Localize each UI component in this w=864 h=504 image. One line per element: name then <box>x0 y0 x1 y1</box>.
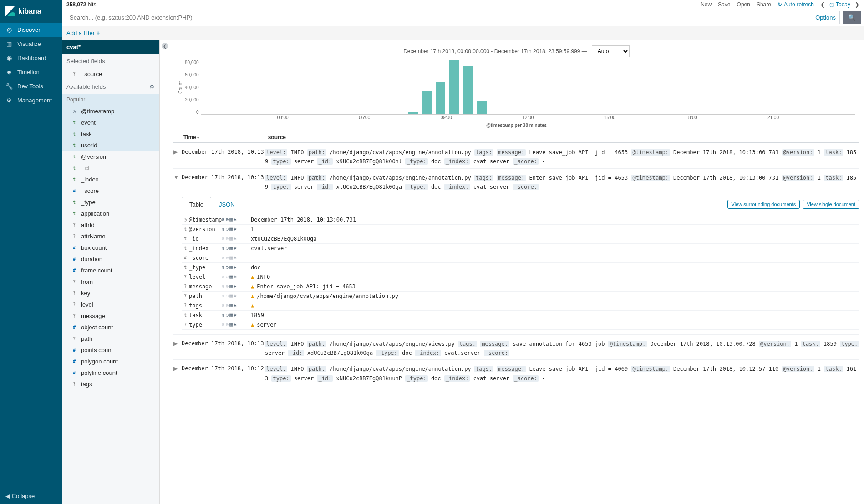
field--id[interactable]: t_id <box>62 162 159 174</box>
top-open[interactable]: Open <box>737 1 750 8</box>
exists-filter-icon[interactable]: ✱ <box>234 236 237 242</box>
toggle-column-icon[interactable]: ▦ <box>229 283 233 289</box>
histogram-bar[interactable] <box>463 66 473 114</box>
exists-filter-icon[interactable]: ✱ <box>234 274 237 280</box>
field--score[interactable]: #_score <box>62 185 159 197</box>
nav-dashboard[interactable]: ◉Dashboard <box>0 51 62 65</box>
add-filter-link[interactable]: Add a filter + <box>66 30 100 36</box>
filter-out-icon[interactable]: ⊖ <box>226 245 229 251</box>
view-surrounding-button[interactable]: View surrounding documents <box>727 200 800 209</box>
field-task[interactable]: ttask <box>62 128 159 140</box>
filter-in-icon[interactable]: ⊕ <box>222 255 225 261</box>
histogram-bar[interactable] <box>436 82 445 114</box>
nav-devtools[interactable]: 🔧Dev Tools <box>0 79 62 93</box>
search-options[interactable]: Options <box>812 11 840 24</box>
exists-filter-icon[interactable]: ✱ <box>234 226 237 232</box>
exists-filter-icon[interactable]: ✱ <box>234 322 237 328</box>
filter-out-icon[interactable]: ⊖ <box>226 302 229 308</box>
view-single-button[interactable]: View single document <box>803 200 859 209</box>
interval-select[interactable]: Auto <box>592 45 630 57</box>
field-attrName[interactable]: ?attrName <box>62 231 159 242</box>
toggle-column-icon[interactable]: ▦ <box>229 293 233 299</box>
field-application[interactable]: tapplication <box>62 208 159 219</box>
field-box-count[interactable]: #box count <box>62 242 159 253</box>
filter-in-icon[interactable]: ⊕ <box>222 217 225 222</box>
toggle-column-icon[interactable]: ▦ <box>229 226 233 232</box>
toggle-column-icon[interactable]: ▦ <box>229 236 233 242</box>
search-input[interactable] <box>65 11 812 24</box>
filter-out-icon[interactable]: ⊖ <box>226 217 229 222</box>
expand-toggle[interactable]: ▼ <box>173 173 182 181</box>
filter-in-icon[interactable]: ⊕ <box>222 226 225 232</box>
exists-filter-icon[interactable]: ✱ <box>234 245 237 251</box>
filter-out-icon[interactable]: ⊖ <box>226 293 229 299</box>
field-tags[interactable]: ?tags <box>62 378 159 390</box>
filter-in-icon[interactable]: ⊕ <box>222 264 225 270</box>
field--source[interactable]: ?_source <box>62 68 159 80</box>
field-level[interactable]: ?level <box>62 299 159 310</box>
toggle-column-icon[interactable]: ▦ <box>229 274 233 280</box>
expand-toggle[interactable]: ▶ <box>173 339 182 347</box>
field-path[interactable]: ?path <box>62 333 159 344</box>
field-from[interactable]: ?from <box>62 276 159 287</box>
filter-in-icon[interactable]: ⊕ <box>222 302 225 308</box>
field-polygon-count[interactable]: #polygon count <box>62 356 159 367</box>
toggle-column-icon[interactable]: ▦ <box>229 217 233 222</box>
filter-out-icon[interactable]: ⊖ <box>226 274 229 280</box>
expand-toggle[interactable]: ▶ <box>173 364 182 372</box>
filter-in-icon[interactable]: ⊕ <box>222 322 225 328</box>
field-key[interactable]: ?key <box>62 287 159 299</box>
top-autorefresh[interactable]: ↻Auto-refresh <box>778 1 814 8</box>
search-submit[interactable]: 🔍 <box>843 11 861 24</box>
histogram-bar[interactable] <box>408 112 418 114</box>
toggle-column-icon[interactable]: ▦ <box>229 264 233 270</box>
top-new[interactable]: New <box>701 1 712 8</box>
exists-filter-icon[interactable]: ✱ <box>234 312 237 318</box>
filter-out-icon[interactable]: ⊖ <box>226 255 229 261</box>
field-userid[interactable]: tuserid <box>62 140 159 151</box>
top-save[interactable]: Save <box>718 1 730 8</box>
exists-filter-icon[interactable]: ✱ <box>234 255 237 261</box>
histogram-bar[interactable] <box>422 91 432 114</box>
filter-in-icon[interactable]: ⊕ <box>222 283 225 289</box>
index-pattern-selector[interactable]: cvat* <box>62 40 159 54</box>
tab-json[interactable]: JSON <box>211 197 243 212</box>
field--version[interactable]: t@version <box>62 151 159 162</box>
field-attrId[interactable]: ?attrId <box>62 219 159 231</box>
toggle-column-icon[interactable]: ▦ <box>229 322 233 328</box>
filter-out-icon[interactable]: ⊖ <box>226 236 229 242</box>
field-frame-count[interactable]: #frame count <box>62 265 159 276</box>
field-points-count[interactable]: #points count <box>62 344 159 356</box>
exists-filter-icon[interactable]: ✱ <box>234 217 237 222</box>
exists-filter-icon[interactable]: ✱ <box>234 293 237 299</box>
exists-filter-icon[interactable]: ✱ <box>234 264 237 270</box>
time-next-icon[interactable]: ❯ <box>855 1 859 8</box>
field-polyline-count[interactable]: #polyline count <box>62 367 159 378</box>
exists-filter-icon[interactable]: ✱ <box>234 283 237 289</box>
top-share[interactable]: Share <box>757 1 771 8</box>
field--index[interactable]: t_index <box>62 174 159 185</box>
expand-toggle[interactable]: ▶ <box>173 148 182 155</box>
filter-out-icon[interactable]: ⊖ <box>226 322 229 328</box>
tab-table[interactable]: Table <box>182 197 211 212</box>
filter-in-icon[interactable]: ⊕ <box>222 274 225 280</box>
filter-in-icon[interactable]: ⊕ <box>222 236 225 242</box>
toggle-column-icon[interactable]: ▦ <box>229 312 233 318</box>
time-prev-icon[interactable]: ❮ <box>820 1 825 8</box>
nav-management[interactable]: ⚙Management <box>0 93 62 107</box>
filter-in-icon[interactable]: ⊕ <box>222 312 225 318</box>
toggle-column-icon[interactable]: ▦ <box>229 302 233 308</box>
field--timestamp[interactable]: ◷@timestamp <box>62 106 159 117</box>
filter-out-icon[interactable]: ⊖ <box>226 264 229 270</box>
field--type[interactable]: t_type <box>62 197 159 208</box>
filter-out-icon[interactable]: ⊖ <box>226 283 229 289</box>
field-duration[interactable]: #duration <box>62 253 159 265</box>
filter-out-icon[interactable]: ⊖ <box>226 226 229 232</box>
filter-in-icon[interactable]: ⊕ <box>222 245 225 251</box>
nav-discover[interactable]: ◎Discover <box>0 23 62 37</box>
nav-visualize[interactable]: ▥Visualize <box>0 37 62 51</box>
field-object-count[interactable]: #object count <box>62 322 159 333</box>
timepicker[interactable]: ◷Today <box>829 1 850 8</box>
histogram-bar[interactable] <box>449 60 459 114</box>
field-event[interactable]: tevent <box>62 117 159 128</box>
